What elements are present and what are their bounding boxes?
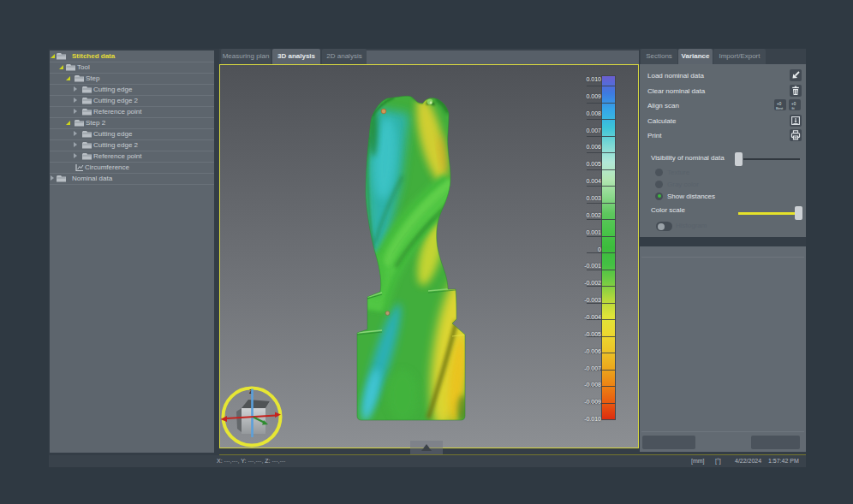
svg-text:+0: +0	[777, 102, 782, 106]
svg-text:fit: fit	[792, 106, 796, 110]
svg-text:Best: Best	[776, 106, 784, 110]
svg-text:+0: +0	[791, 102, 796, 106]
